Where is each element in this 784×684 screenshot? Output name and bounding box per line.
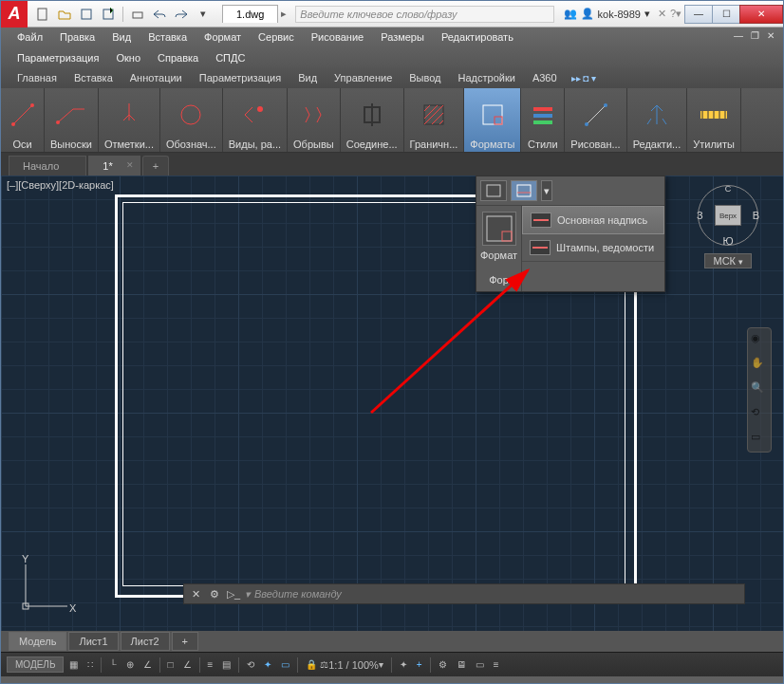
- minimize-button[interactable]: —: [684, 5, 713, 24]
- panel-edit[interactable]: Редакти...: [627, 88, 688, 152]
- panel-axes[interactable]: Оси: [1, 88, 45, 152]
- save-icon[interactable]: [77, 5, 96, 24]
- layout-sheet2[interactable]: Лист2: [121, 632, 170, 651]
- menu-spds[interactable]: СПДС: [207, 49, 253, 66]
- dd-format-icon[interactable]: [480, 180, 507, 201]
- status-workspace-icon[interactable]: ⚙: [435, 657, 451, 672]
- tab-start[interactable]: Начало: [9, 156, 86, 176]
- panel-hatch[interactable]: Граничн...: [404, 88, 465, 152]
- status-transparency-icon[interactable]: ▤: [218, 657, 234, 672]
- layout-model[interactable]: Модель: [9, 632, 66, 651]
- viewcube[interactable]: С Ю З В Верх МСК ▾: [690, 185, 766, 299]
- nav-orbit-icon[interactable]: ⟲: [751, 406, 768, 423]
- search-input[interactable]: Введите ключевое слово/фразу: [295, 6, 553, 23]
- panel-formats[interactable]: Форматы: [464, 88, 521, 152]
- cmd-config-icon[interactable]: ⚙: [207, 586, 222, 601]
- cmd-input[interactable]: Введите команду: [254, 588, 342, 600]
- menu-help[interactable]: Справка: [149, 49, 207, 66]
- menu-insert[interactable]: Вставка: [140, 28, 196, 46]
- status-model-button[interactable]: МОДЕЛЬ: [7, 656, 64, 673]
- tab-drawing[interactable]: 1*✕: [88, 156, 140, 176]
- open-icon[interactable]: [55, 5, 74, 24]
- menu-draw[interactable]: Рисование: [303, 28, 372, 46]
- tab-output[interactable]: Вывод: [401, 69, 449, 86]
- tab-a360[interactable]: A360: [524, 69, 566, 86]
- menu-dimensions[interactable]: Размеры: [372, 28, 433, 46]
- tab-parametric[interactable]: Параметризация: [191, 69, 289, 86]
- panel-connections[interactable]: Соедине...: [341, 88, 404, 152]
- status-snap-icon[interactable]: ∷: [84, 657, 97, 672]
- nav-wheel-icon[interactable]: ◉: [751, 332, 768, 349]
- status-polar-icon[interactable]: ⊕: [122, 657, 138, 672]
- redo-icon[interactable]: [172, 5, 191, 24]
- status-plus-icon[interactable]: +: [413, 657, 426, 672]
- help-icon[interactable]: ?▾: [670, 8, 681, 20]
- tab-new-button[interactable]: +: [142, 156, 169, 176]
- infocenter-icon[interactable]: 👥: [564, 8, 577, 20]
- tab-annotate[interactable]: Аннотации: [121, 69, 191, 86]
- new-icon[interactable]: [33, 5, 52, 24]
- status-qp-icon[interactable]: ▭: [277, 657, 293, 672]
- doc-close-button[interactable]: ✕: [764, 29, 777, 42]
- status-iso-icon[interactable]: ∠: [140, 657, 156, 672]
- status-osnap-icon[interactable]: □: [164, 657, 177, 672]
- search-arrow-icon[interactable]: ▸: [278, 8, 289, 20]
- menu-parametric[interactable]: Параметризация: [9, 49, 107, 66]
- status-clean-icon[interactable]: ▭: [472, 657, 488, 672]
- nav-zoom-icon[interactable]: 🔍: [751, 381, 768, 398]
- panel-draw[interactable]: Рисован...: [565, 88, 626, 152]
- status-otrack-icon[interactable]: ∠: [179, 657, 196, 672]
- maximize-button[interactable]: ☐: [712, 5, 740, 24]
- exchange-icon[interactable]: ✕: [658, 8, 666, 20]
- undo-icon[interactable]: [150, 5, 169, 24]
- tab-close-icon[interactable]: ✕: [126, 160, 134, 170]
- status-scale[interactable]: 🔒 ⚖ 1:1 / 100% ▾: [302, 657, 386, 673]
- panel-breaks[interactable]: Обрывы: [288, 88, 341, 152]
- tab-manage[interactable]: Управление: [326, 69, 401, 86]
- dd-more-icon[interactable]: ▾: [541, 180, 552, 201]
- menu-tools[interactable]: Сервис: [250, 28, 303, 46]
- panel-views[interactable]: Виды, ра...: [223, 88, 288, 152]
- panel-designations[interactable]: Обознач...: [160, 88, 223, 152]
- doc-minimize-button[interactable]: —: [731, 29, 746, 42]
- dd-item-title-block[interactable]: Основная надпись: [522, 206, 664, 234]
- status-grid-icon[interactable]: ▦: [65, 657, 82, 672]
- tab-home[interactable]: Главная: [9, 69, 65, 86]
- viewcube-face[interactable]: Верх: [715, 205, 741, 226]
- qat-more-icon[interactable]: ▾: [194, 5, 213, 24]
- panel-styles[interactable]: Стили: [521, 88, 565, 152]
- user-area[interactable]: 👥 👤 kok-8989 ▾: [560, 8, 654, 20]
- command-line[interactable]: ✕ ⚙ ▷_ ▾ Введите команду: [183, 583, 745, 604]
- tab-insert[interactable]: Вставка: [65, 69, 121, 86]
- panel-marks[interactable]: Отметки...: [99, 88, 160, 152]
- panel-utilities[interactable]: Утилиты: [687, 88, 741, 152]
- saveas-icon[interactable]: [99, 5, 118, 24]
- coordinate-system-button[interactable]: МСК ▾: [704, 253, 751, 268]
- nav-pan-icon[interactable]: ✋: [751, 357, 768, 374]
- doc-restore-button[interactable]: ❐: [748, 29, 762, 42]
- status-gear-icon[interactable]: ✦: [396, 657, 411, 672]
- autocad-logo[interactable]: A: [1, 1, 28, 28]
- dd-format-panel[interactable]: Формат Фор: [476, 206, 522, 291]
- menu-modify[interactable]: Редактировать: [433, 28, 522, 46]
- cmd-close-icon[interactable]: ✕: [188, 586, 203, 601]
- tab-addins[interactable]: Надстройки: [450, 69, 524, 86]
- status-monitor-icon[interactable]: 🖥: [453, 657, 470, 672]
- close-button[interactable]: ✕: [739, 5, 783, 24]
- nav-showmotion-icon[interactable]: ▭: [751, 431, 768, 448]
- tab-view[interactable]: Вид: [289, 69, 326, 86]
- dd-stamp-icon[interactable]: [511, 180, 537, 201]
- status-lineweight-icon[interactable]: ≡: [204, 657, 217, 672]
- menu-view[interactable]: Вид: [103, 28, 140, 46]
- print-icon[interactable]: [128, 5, 147, 24]
- layout-add-button[interactable]: +: [172, 632, 198, 651]
- drawing-canvas[interactable]: [–][Сверху][2D-каркас] ▾ Формат Фор Осно…: [1, 176, 783, 631]
- ucs-icon[interactable]: Y X: [18, 557, 75, 614]
- menu-format[interactable]: Формат: [196, 28, 250, 46]
- viewport-label[interactable]: [–][Сверху][2D-каркас]: [7, 179, 114, 191]
- navigation-bar[interactable]: ◉ ✋ 🔍 ⟲ ▭: [747, 327, 772, 453]
- status-customize-icon[interactable]: ≡: [490, 657, 503, 672]
- menu-window[interactable]: Окно: [107, 49, 149, 66]
- menu-edit[interactable]: Правка: [51, 28, 103, 46]
- status-cycling-icon[interactable]: ⟲: [243, 657, 258, 672]
